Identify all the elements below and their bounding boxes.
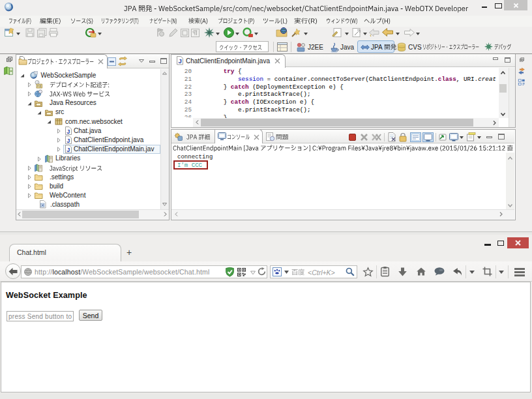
svg-text:J: J [66,138,70,144]
svg-text:J: J [66,128,70,135]
svg-text:J: J [179,57,182,65]
svg-text:J: J [66,147,70,153]
